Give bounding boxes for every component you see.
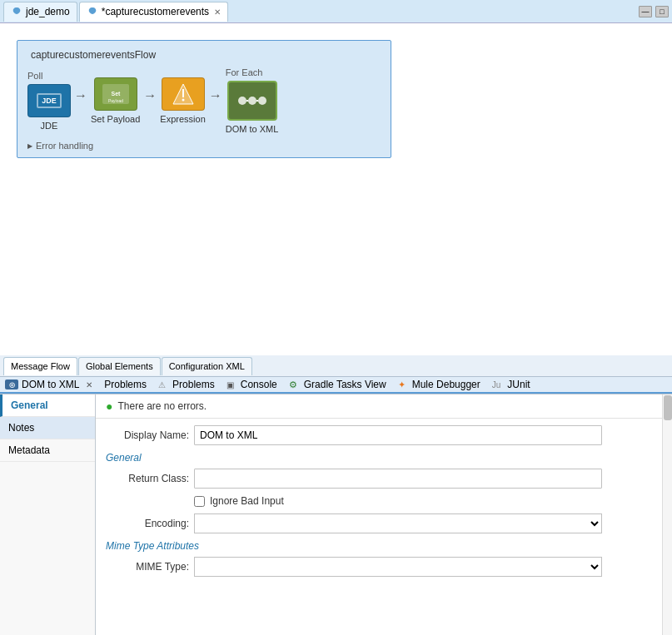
ignore-bad-input-row: Ignore Bad Input (194, 495, 655, 507)
for-each-group: For Each (226, 67, 279, 134)
scrollbar-track[interactable] (662, 394, 672, 635)
poll-nodes: JDE JDE (27, 84, 71, 131)
panel-tabs-header: ◎ DOM to XML ✕ Problems ⚠ Problems ▣ Con… (0, 377, 672, 394)
svg-text:Set: Set (111, 91, 121, 97)
expression-box (162, 77, 205, 111)
bird-icon (11, 6, 22, 17)
problems-icon: ⚠ (158, 380, 166, 389)
set-payload-box: Set Payload (94, 77, 137, 111)
encoding-label: Encoding: (106, 518, 189, 529)
encoding-row: Encoding: (106, 513, 655, 533)
tab-capturecustomerevents[interactable]: *capturecustomerevents ✕ (79, 2, 228, 22)
encoding-select[interactable] (194, 513, 602, 533)
sidebar-general-label: General (11, 399, 48, 411)
expression-label: Expression (160, 114, 205, 124)
minimize-button[interactable]: — (639, 6, 652, 17)
sidebar-metadata-label: Metadata (8, 444, 50, 456)
mule-debugger-icon: ✦ (398, 380, 406, 390)
dom-icon-symbol: ◎ (9, 381, 15, 389)
set-payload-label: Set Payload (91, 114, 140, 124)
flow-title: capturecustomereventsFlow (27, 47, 381, 62)
error-triangle-icon: ▶ (27, 142, 32, 150)
tab-message-flow-label: Message Flow (11, 361, 70, 371)
gradle-icon: ⚙ (289, 380, 297, 390)
panel-area: General Notes Metadata ● There are no er… (0, 394, 672, 635)
panel-tab-dom-label[interactable]: DOM to XML (22, 379, 79, 390)
error-handling[interactable]: ▶ Error handling (27, 141, 381, 151)
svg-point-7 (248, 97, 256, 105)
expression-icon (170, 81, 197, 107)
arrow-3: → (206, 88, 226, 103)
window-controls: — □ (639, 6, 669, 17)
error-handling-label: Error handling (36, 141, 93, 151)
poll-label: Poll (27, 71, 71, 81)
status-ok-icon: ● (106, 399, 112, 413)
tab-configuration-xml[interactable]: Configuration XML (162, 357, 252, 375)
bottom-tabs-bar: Message Flow Global Elements Configurati… (0, 355, 672, 377)
panel-main: ● There are no errors. Display Name: Gen… (96, 394, 672, 635)
for-each-label: For Each (226, 67, 279, 77)
canvas-area: capturecustomereventsFlow Poll JDE JDE → (0, 23, 672, 355)
node-expression[interactable]: Expression (160, 77, 205, 124)
dom-tab-icon: ◎ (5, 380, 18, 389)
tab-global-elements-label: Global Elements (86, 361, 153, 371)
ignore-bad-input-checkbox[interactable] (194, 496, 205, 507)
dom-xml-label: DOM to XML (226, 124, 279, 134)
panel-tab-problems[interactable]: Problems (104, 379, 147, 390)
node-set-payload[interactable]: Set Payload Set Payload (91, 77, 140, 124)
sidebar-item-general[interactable]: General (0, 394, 95, 417)
tab-global-elements[interactable]: Global Elements (78, 357, 161, 375)
panel-content: Display Name: General Return Class: Igno… (96, 419, 672, 590)
sidebar-item-metadata[interactable]: Metadata (0, 439, 95, 462)
tab-message-flow[interactable]: Message Flow (3, 357, 77, 375)
console-label[interactable]: Console (241, 379, 277, 390)
set-payload-icon: Set Payload (101, 82, 131, 106)
title-bar: jde_demo *capturecustomerevents ✕ — □ (0, 0, 672, 23)
jde-label: JDE (41, 121, 58, 131)
console-icon: ▣ (226, 380, 234, 389)
arrow-2: → (140, 88, 160, 103)
svg-point-6 (238, 97, 246, 105)
for-each-nodes: DOM to XML (226, 81, 279, 134)
flow-canvas: capturecustomereventsFlow Poll JDE JDE → (0, 23, 672, 355)
gradle-label[interactable]: Gradle Tasks View (304, 379, 386, 390)
node-jde[interactable]: JDE JDE (27, 84, 71, 131)
panel-sidebar: General Notes Metadata (0, 394, 96, 635)
mime-type-select[interactable] (194, 557, 602, 577)
dom-xml-box (227, 81, 277, 121)
svg-point-5 (182, 99, 184, 102)
jde-inner: JDE (37, 93, 62, 108)
tab-jde-demo[interactable]: jde_demo (3, 2, 77, 22)
svg-text:Payload: Payload (108, 98, 123, 103)
node-dom-to-xml[interactable]: DOM to XML (226, 81, 279, 134)
arrow-1: → (71, 88, 91, 103)
scrollbar-thumb[interactable] (664, 395, 672, 420)
tab-capture-label: *capturecustomerevents (102, 6, 209, 17)
tab-jde-demo-label: jde_demo (26, 6, 70, 17)
mime-type-label: MIME Type: (106, 561, 189, 573)
display-name-input[interactable] (194, 425, 602, 445)
tab-capture-close[interactable]: ✕ (214, 7, 221, 17)
ignore-bad-input-label: Ignore Bad Input (210, 495, 284, 507)
svg-point-8 (258, 97, 266, 105)
display-name-row: Display Name: (106, 425, 655, 445)
maximize-button[interactable]: □ (655, 6, 669, 17)
junit-prefix: Ju (492, 380, 501, 389)
sidebar-item-notes[interactable]: Notes (0, 417, 95, 439)
general-section-header: General (106, 452, 655, 464)
bird-icon-2 (87, 6, 98, 17)
panel-tab-dom-close[interactable]: ✕ (86, 380, 92, 389)
mule-debugger-label[interactable]: Mule Debugger (412, 379, 480, 390)
sidebar-notes-label: Notes (8, 422, 34, 434)
return-class-input[interactable] (194, 469, 602, 489)
status-bar: ● There are no errors. (96, 394, 672, 419)
flow-container: capturecustomereventsFlow Poll JDE JDE → (17, 40, 391, 158)
mime-type-section-header: Mime Type Attributes (106, 540, 655, 552)
display-name-label: Display Name: (106, 429, 189, 441)
problems-label[interactable]: Problems (172, 379, 215, 390)
dom-xml-icon (234, 86, 271, 116)
status-message: There are no errors. (117, 400, 207, 412)
junit-label[interactable]: JUnit (507, 379, 530, 390)
tab-configuration-xml-label: Configuration XML (169, 361, 245, 371)
poll-group: Poll JDE JDE (27, 71, 71, 131)
